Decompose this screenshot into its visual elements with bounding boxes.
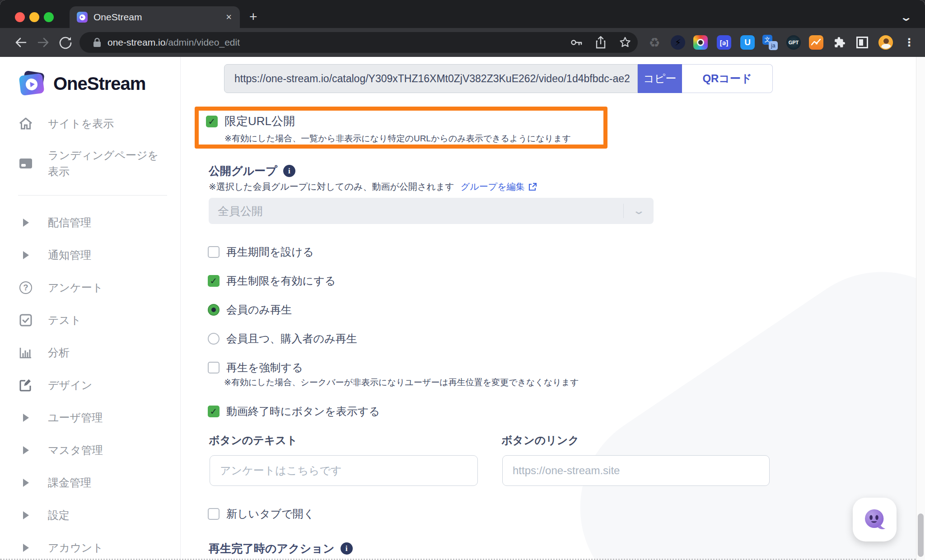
check-square-icon bbox=[19, 314, 33, 327]
brand-logo[interactable]: OneStream bbox=[19, 67, 180, 100]
info-icon[interactable]: i bbox=[283, 165, 295, 177]
playback-period-checkbox[interactable]: ✓ bbox=[208, 246, 220, 258]
caret-icon bbox=[19, 544, 33, 552]
close-window-button[interactable] bbox=[15, 12, 25, 22]
caret-icon bbox=[19, 219, 33, 227]
playback-restriction-checkbox[interactable]: ✓ bbox=[208, 275, 220, 287]
sidebar-nav: サイトを表示 ランディングページを表示 配信管理 通知管理 ? アンケー bbox=[19, 115, 180, 557]
info-icon[interactable]: i bbox=[341, 542, 353, 555]
sidebar-item-landing-page[interactable]: ランディングページを表示 bbox=[19, 147, 180, 180]
page-content: OneStream サイトを表示 ランディングページを表示 配信管理 bbox=[0, 57, 925, 560]
members-only-row: 会員のみ再生 bbox=[208, 303, 292, 317]
sidebar-item-design[interactable]: デザイン bbox=[19, 376, 180, 394]
button-link-input[interactable] bbox=[502, 455, 770, 486]
tab-search-chevron-icon[interactable]: ⌄ bbox=[900, 11, 912, 23]
members-and-buyers-radio[interactable] bbox=[208, 333, 220, 345]
u-letter-extension-icon[interactable]: U bbox=[740, 35, 755, 50]
limited-url-note: ※有効にした場合、一覧から非表示になり特定のURLからのみ表示できるようになりま… bbox=[224, 133, 603, 145]
sidebar-item-notifications[interactable]: 通知管理 bbox=[19, 246, 180, 264]
force-playback-checkbox[interactable]: ✓ bbox=[208, 362, 220, 373]
tab-strip: ▶ OneStream × + ⌄ bbox=[0, 0, 925, 28]
publish-group-note: ※選択した会員グループに対してのみ、動画が公開されます bbox=[209, 181, 454, 193]
tab-close-icon[interactable]: × bbox=[225, 11, 233, 23]
brackets-extension-icon[interactable]: [ə] bbox=[716, 35, 732, 50]
playback-period-row: ✓ 再生期間を設ける bbox=[208, 245, 314, 259]
caret-icon bbox=[19, 511, 33, 519]
open-new-tab-checkbox[interactable]: ✓ bbox=[208, 508, 220, 520]
sidebar-item-distribution[interactable]: 配信管理 bbox=[19, 214, 180, 232]
playback-restriction-row: ✓ 再生制限を有効にする bbox=[208, 274, 336, 288]
button-link-label: ボタンのリンク bbox=[501, 433, 579, 448]
translate-extension-icon[interactable]: 文 ja bbox=[762, 35, 778, 50]
copy-button[interactable]: コピー bbox=[638, 64, 682, 93]
profile-avatar[interactable] bbox=[878, 35, 893, 50]
edit-icon bbox=[19, 379, 33, 392]
share-icon[interactable] bbox=[595, 36, 606, 49]
sidebar-item-test[interactable]: テスト bbox=[19, 311, 180, 329]
button-text-input[interactable] bbox=[210, 455, 478, 486]
sidebar-item-account[interactable]: アカウント bbox=[19, 539, 180, 557]
end-button-checkbox[interactable]: ✓ bbox=[208, 406, 220, 417]
puzzle-icon[interactable] bbox=[832, 35, 847, 50]
chat-widget-button[interactable] bbox=[853, 498, 897, 541]
button-text-label: ボタンのテキスト bbox=[209, 433, 298, 448]
sidebar: OneStream サイトを表示 ランディングページを表示 配信管理 bbox=[0, 57, 181, 560]
lightning-extension-icon[interactable]: ⚡ bbox=[670, 35, 686, 50]
members-only-radio[interactable] bbox=[208, 304, 220, 316]
sidebar-item-user-mgmt[interactable]: ユーザ管理 bbox=[19, 409, 180, 427]
page-scrollbar bbox=[916, 57, 925, 560]
home-icon bbox=[19, 117, 33, 130]
back-icon[interactable] bbox=[14, 35, 28, 50]
camera-extension-icon[interactable] bbox=[693, 35, 708, 50]
menu-dots-icon[interactable]: ⋮ bbox=[902, 35, 917, 50]
limited-url-checkbox[interactable]: ✓ bbox=[206, 116, 218, 127]
sidebar-item-master-mgmt[interactable]: マスタ管理 bbox=[19, 441, 180, 459]
recycle-extension-icon[interactable]: ♻ bbox=[647, 35, 662, 50]
new-tab-button[interactable]: + bbox=[249, 10, 257, 23]
url-text: one-stream.io/admin/video_edit bbox=[107, 37, 240, 48]
brand-name: OneStream bbox=[53, 74, 145, 94]
force-playback-note: ※有効にした場合、シークバーが非表示になりユーザーは再生位置を変更できなくなりま… bbox=[224, 377, 579, 388]
fullscreen-window-button[interactable] bbox=[44, 12, 54, 22]
publish-group-heading: 公開グループ i bbox=[209, 163, 295, 178]
omnibox[interactable]: one-stream.io/admin/video_edit bbox=[79, 32, 638, 53]
bookmark-star-icon[interactable] bbox=[619, 36, 631, 49]
lock-icon bbox=[93, 37, 101, 47]
sidebar-item-view-site[interactable]: サイトを表示 bbox=[19, 115, 180, 133]
reload-icon[interactable] bbox=[58, 35, 72, 50]
bar-chart-icon bbox=[19, 347, 33, 359]
onestream-logo-icon bbox=[19, 71, 46, 96]
side-panel-icon[interactable] bbox=[855, 35, 870, 50]
end-button-row: ✓ 動画終了時にボタンを表示する bbox=[208, 404, 380, 419]
sidebar-item-survey[interactable]: ? アンケート bbox=[19, 279, 180, 297]
caret-icon bbox=[19, 479, 33, 487]
open-new-tab-row: ✓ 新しいタブで開く bbox=[208, 507, 314, 521]
landing-card-icon bbox=[19, 158, 33, 169]
forward-icon[interactable] bbox=[36, 35, 51, 50]
completion-action-heading: 再生完了時のアクション i bbox=[209, 541, 353, 556]
publish-group-note-row: ※選択した会員グループに対してのみ、動画が公開されます グループを編集 bbox=[209, 181, 537, 193]
publish-group-select[interactable]: 全員公開 ⌄ bbox=[209, 198, 654, 224]
sidebar-item-billing-mgmt[interactable]: 課金管理 bbox=[19, 474, 180, 492]
minimize-window-button[interactable] bbox=[29, 12, 39, 22]
analytics-extension-icon[interactable] bbox=[808, 35, 824, 50]
caret-icon bbox=[19, 251, 33, 259]
qr-code-button[interactable]: QRコード bbox=[682, 64, 773, 93]
members-and-buyers-row: 会員且つ、購入者のみ再生 bbox=[208, 331, 357, 346]
sidebar-item-settings[interactable]: 設定 bbox=[19, 506, 180, 524]
chevron-down-icon: ⌄ bbox=[632, 205, 645, 217]
force-playback-row: ✓ 再生を強制する bbox=[208, 360, 303, 375]
scrollbar-thumb[interactable] bbox=[918, 513, 924, 557]
gpt-extension-icon[interactable]: GPT bbox=[786, 35, 801, 50]
limited-url-label: 限定URL公開 bbox=[224, 113, 295, 129]
key-icon[interactable] bbox=[570, 37, 583, 48]
sidebar-divider bbox=[18, 195, 167, 196]
question-icon: ? bbox=[19, 281, 33, 294]
share-url-field[interactable]: https://one-stream.io/catalog/Y309xTHZ16… bbox=[224, 64, 638, 93]
edit-group-link[interactable]: グループを編集 bbox=[461, 181, 537, 193]
browser-window: ▶ OneStream × + ⌄ one-stream.io/admin/vi… bbox=[0, 0, 925, 560]
tab-title: OneStream bbox=[93, 12, 225, 23]
share-url-group: https://one-stream.io/catalog/Y309xTHZ16… bbox=[224, 64, 773, 93]
browser-tab[interactable]: ▶ OneStream × bbox=[70, 6, 240, 28]
sidebar-item-analytics[interactable]: 分析 bbox=[19, 344, 180, 362]
